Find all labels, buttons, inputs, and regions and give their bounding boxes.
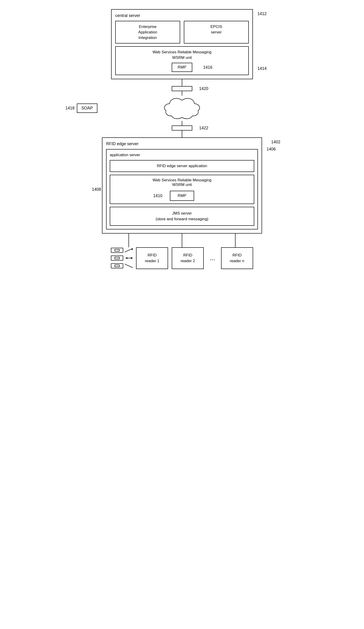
- app-rmp-row: 1410 RMP: [114, 189, 250, 201]
- rfid-edge-ref: 1402: [271, 140, 280, 145]
- rfid-tag-1: [111, 248, 123, 253]
- rmp-ref: 1416: [203, 65, 212, 70]
- readers-container: RFIDreader 1 RFIDreader 2 ... RFIDreader…: [136, 247, 253, 269]
- rfid-tag-inner-1: [114, 249, 120, 251]
- conn-v-2: [182, 91, 182, 96]
- rfid-tag-2: [111, 256, 123, 261]
- svg-line-5: [125, 264, 133, 268]
- conn-v-1: [182, 79, 182, 86]
- central-server-wrapper: 1412 central server Enterprise Applicati…: [111, 9, 253, 79]
- central-server-top-row: Enterprise Application Integration EPCIS…: [115, 21, 249, 43]
- arrow-up-right: [125, 248, 134, 253]
- arrow-bidirectional: [125, 256, 134, 260]
- app-wsrm-label: Web Services Reliable Messaging WSRM uni…: [114, 178, 250, 187]
- internet-cloud: [161, 96, 203, 121]
- wsrm-ref: 1414: [258, 66, 267, 71]
- rfid-edge-server-wrapper: 1402 RFID edge server 1406 application s…: [102, 137, 262, 234]
- rfid-tag-inner-3: [114, 265, 120, 267]
- eai-box: Enterprise Application Integration: [115, 21, 180, 43]
- conn-1422-ref: 1422: [199, 126, 208, 130]
- app-rmp-box: 1410 RMP: [170, 191, 194, 201]
- conn-box-row-1420: 1420: [172, 86, 192, 91]
- central-server-label: central server: [115, 13, 249, 18]
- central-rmp-box: RMP 1416: [172, 63, 192, 72]
- soap-area: 1418 SOAP: [65, 104, 97, 113]
- dots-separator: ...: [207, 254, 217, 262]
- app-server-ref: 1406: [267, 147, 276, 152]
- jms-box: JMS server (store and forward messaging): [110, 207, 254, 226]
- rfid-edge-box: RFID edge server 1406 application server…: [102, 137, 262, 234]
- soap-cloud-row: 1418 SOAP: [111, 96, 253, 121]
- rfid-edge-label: RFID edge server: [106, 142, 258, 146]
- central-wsrm-label: Web Services Reliable Messaging WSRM uni…: [119, 49, 245, 60]
- svg-marker-3: [131, 257, 133, 259]
- rfid-reader-n: RFIDreader n: [221, 247, 253, 269]
- rfid-tag-inner-2: [114, 257, 120, 259]
- connector-box-1422: [172, 126, 192, 131]
- conn-box-row-1422: 1422: [172, 126, 192, 131]
- conn-v-4: [182, 131, 182, 137]
- bottom-conn-3: [235, 234, 236, 247]
- rfid-reader-1: RFIDreader 1: [136, 247, 168, 269]
- central-server-ref: 1412: [258, 11, 267, 16]
- soap-ref: 1418: [65, 106, 75, 111]
- central-wsrm-box: Web Services Reliable Messaging WSRM uni…: [115, 46, 249, 75]
- app-wsrm-ref: 1408: [92, 187, 101, 192]
- rfid-tag-row-1: [111, 248, 134, 253]
- bottom-conn-1: [128, 234, 129, 247]
- bottom-conn-2: [182, 234, 182, 247]
- rfid-tags-area: [111, 248, 134, 268]
- soap-box: SOAP: [77, 104, 97, 113]
- app-rmp-ref: 1410: [153, 193, 162, 198]
- app-server-box: 1406 application server RFID edge server…: [106, 149, 258, 229]
- app-wsrm-box: 1408 Web Services Reliable Messaging WSR…: [110, 175, 254, 204]
- rfid-reader-2: RFIDreader 2: [172, 247, 204, 269]
- conn-v-3: [182, 121, 182, 126]
- arrow-down-right: [125, 264, 134, 268]
- svg-marker-4: [125, 257, 127, 259]
- readers-row: RFIDreader 1 RFIDreader 2 ... RFIDreader…: [95, 247, 269, 269]
- rfid-app-box: RFID edge server application: [110, 160, 254, 172]
- rfid-tag-row-3: [111, 263, 134, 268]
- rfid-tag-row-2: [111, 256, 134, 261]
- conn-1420-ref: 1420: [199, 86, 208, 91]
- epcis-box: EPCIS server: [184, 21, 249, 43]
- app-server-label: application server: [110, 153, 254, 157]
- bottom-connectors: [102, 234, 262, 247]
- central-server-box: central server Enterprise Application In…: [111, 9, 253, 79]
- connector-1420-area: 1420: [111, 79, 253, 96]
- connector-1422-area: 1422: [111, 121, 253, 137]
- connector-box-1420: [172, 86, 192, 91]
- diagram-container: 1412 central server Enterprise Applicati…: [79, 9, 285, 269]
- rfid-tag-3: [111, 263, 123, 268]
